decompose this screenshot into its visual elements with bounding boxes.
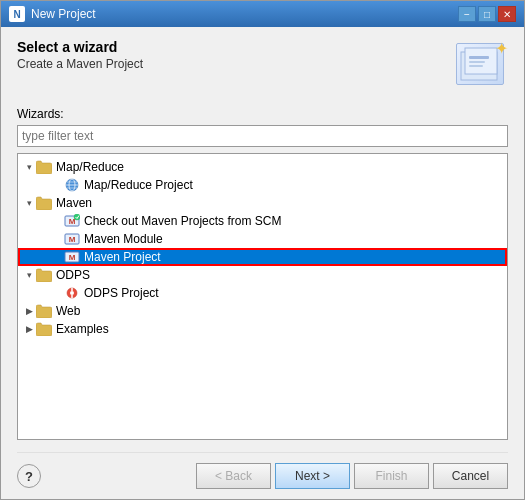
svg-text:M: M xyxy=(69,235,76,244)
svg-rect-2 xyxy=(469,56,489,59)
spacer xyxy=(50,286,64,300)
tree-label-maven-group: Maven xyxy=(56,196,92,210)
dialog-icon: N xyxy=(9,6,25,22)
tree-label-web-group: Web xyxy=(56,304,80,318)
tree-item-maven-module[interactable]: M Maven Module xyxy=(18,230,507,248)
finish-button[interactable]: Finish xyxy=(354,463,429,489)
svg-rect-4 xyxy=(469,65,483,67)
expand-icon: ▾ xyxy=(22,160,36,174)
tree-item-maven-group[interactable]: ▾ Maven xyxy=(18,194,507,212)
content-area: Select a wizard Create a Maven Project ✦… xyxy=(1,27,524,452)
expand-icon: ▶ xyxy=(22,304,36,318)
spacer xyxy=(50,232,64,246)
maximize-button[interactable]: □ xyxy=(478,6,496,22)
minimize-button[interactable]: − xyxy=(458,6,476,22)
wizard-title: Select a wizard xyxy=(17,39,143,55)
tree-item-examples-group[interactable]: ▶ Examples xyxy=(18,320,507,338)
spacer xyxy=(50,250,64,264)
sparkle-icon: ✦ xyxy=(495,39,508,58)
maven-scm-icon: M xyxy=(64,214,80,228)
tree-label-odps-group: ODPS xyxy=(56,268,90,282)
button-bar: ? < Back Next > Finish Cancel xyxy=(1,453,524,499)
tree-item-mapreduce-project[interactable]: Map/Reduce Project xyxy=(18,176,507,194)
help-button[interactable]: ? xyxy=(17,464,41,488)
odps-icon xyxy=(64,286,80,300)
title-controls: − □ ✕ xyxy=(458,6,516,22)
tree-label-maven-module: Maven Module xyxy=(84,232,163,246)
folder-icon xyxy=(36,304,52,318)
tree-content[interactable]: ▾ Map/Reduce xyxy=(18,154,507,439)
nav-buttons: < Back Next > Finish Cancel xyxy=(196,463,508,489)
tree-item-mapreduce-group[interactable]: ▾ Map/Reduce xyxy=(18,158,507,176)
title-bar-left: N New Project xyxy=(9,6,96,22)
tree-container: ▾ Map/Reduce xyxy=(17,153,508,440)
svg-rect-3 xyxy=(469,61,485,63)
header-text: Select a wizard Create a Maven Project xyxy=(17,39,143,71)
folder-icon xyxy=(36,322,52,336)
back-button[interactable]: < Back xyxy=(196,463,271,489)
tree-item-maven-checkout[interactable]: M Check out Maven Projects from SCM xyxy=(18,212,507,230)
tree-item-maven-project[interactable]: M Maven Project xyxy=(18,248,507,266)
maven-module-icon: M xyxy=(64,232,80,246)
tree-label-mapreduce-project: Map/Reduce Project xyxy=(84,178,193,192)
wizard-subtitle: Create a Maven Project xyxy=(17,57,143,71)
close-button[interactable]: ✕ xyxy=(498,6,516,22)
tree-item-odps-group[interactable]: ▾ ODPS xyxy=(18,266,507,284)
spacer xyxy=(50,178,64,192)
title-bar: N New Project − □ ✕ xyxy=(1,1,524,27)
expand-icon: ▶ xyxy=(22,322,36,336)
globe-icon xyxy=(64,178,80,192)
maven-project-icon: M xyxy=(64,250,80,264)
cancel-button[interactable]: Cancel xyxy=(433,463,508,489)
tree-label-odps-project: ODPS Project xyxy=(84,286,159,300)
tree-item-web-group[interactable]: ▶ Web xyxy=(18,302,507,320)
svg-point-12 xyxy=(74,214,80,220)
expand-icon: ▾ xyxy=(22,268,36,282)
wizards-label: Wizards: xyxy=(17,107,508,121)
tree-label-examples-group: Examples xyxy=(56,322,109,336)
filter-input[interactable] xyxy=(17,125,508,147)
header-icon: ✦ xyxy=(456,39,508,91)
tree-item-odps-project[interactable]: ODPS Project xyxy=(18,284,507,302)
header-section: Select a wizard Create a Maven Project ✦ xyxy=(17,39,508,91)
expand-icon: ▾ xyxy=(22,196,36,210)
tree-label-maven-project: Maven Project xyxy=(84,250,161,264)
folder-icon xyxy=(36,268,52,282)
svg-point-20 xyxy=(70,291,74,295)
folder-icon xyxy=(36,196,52,210)
tree-label-mapreduce-group: Map/Reduce xyxy=(56,160,124,174)
new-project-dialog: N New Project − □ ✕ Select a wizard Crea… xyxy=(0,0,525,500)
folder-icon xyxy=(36,160,52,174)
spacer xyxy=(50,214,64,228)
dialog-title: New Project xyxy=(31,7,96,21)
tree-label-maven-checkout: Check out Maven Projects from SCM xyxy=(84,214,281,228)
svg-text:M: M xyxy=(69,253,76,262)
next-button[interactable]: Next > xyxy=(275,463,350,489)
